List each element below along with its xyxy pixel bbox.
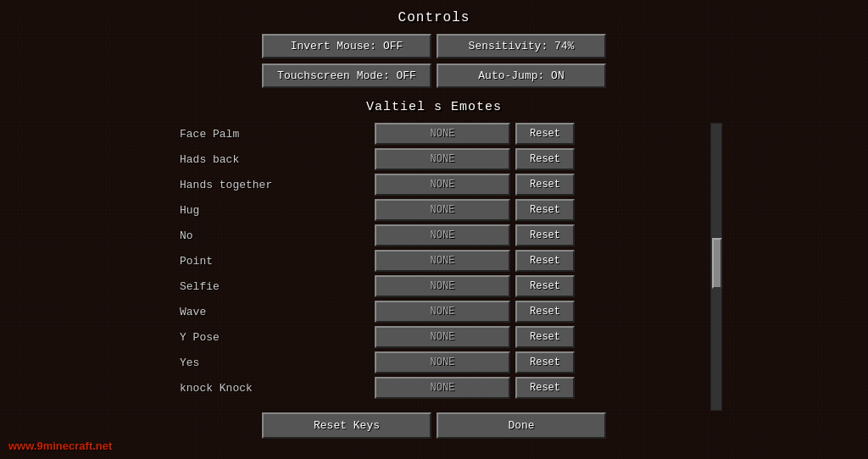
emote-row: Hads backNONEReset — [171, 148, 697, 170]
emote-row: WaveNONEReset — [171, 301, 697, 323]
emotes-section-title: Valtiel s Emotes — [366, 100, 502, 114]
emote-none-button[interactable]: NONE — [375, 224, 510, 246]
controls-row-1: Invert Mouse: OFF Sensitivity: 74% — [262, 34, 606, 58]
emote-reset-button[interactable]: Reset — [515, 377, 575, 399]
emote-label: Wave — [171, 306, 375, 318]
emote-reset-button[interactable]: Reset — [515, 224, 575, 246]
emote-reset-button[interactable]: Reset — [515, 301, 575, 323]
emote-reset-button[interactable]: Reset — [515, 250, 575, 272]
emote-label: No — [171, 230, 375, 242]
emote-row: PointNONEReset — [171, 250, 697, 272]
emotes-container: Face PalmNONEResetHads backNONEResetHand… — [171, 123, 697, 402]
emote-none-button[interactable]: NONE — [375, 123, 510, 145]
emote-row: Face PalmNONEReset — [171, 123, 697, 145]
emote-row: knock KnockNONEReset — [171, 377, 697, 399]
page-title: Controls — [398, 10, 470, 25]
emote-none-button[interactable]: NONE — [375, 199, 510, 221]
emote-row: SelfieNONEReset — [171, 275, 697, 297]
emote-label: Hug — [171, 204, 375, 217]
controls-row-2: Touchscreen Mode: OFF Auto-Jump: ON — [262, 64, 606, 88]
emote-reset-button[interactable]: Reset — [515, 148, 575, 170]
emote-label: Hads back — [171, 153, 375, 166]
emote-none-button[interactable]: NONE — [375, 275, 510, 297]
auto-jump-button[interactable]: Auto-Jump: ON — [437, 64, 606, 88]
emote-reset-button[interactable]: Reset — [515, 174, 575, 196]
emote-none-button[interactable]: NONE — [375, 174, 510, 196]
emote-reset-button[interactable]: Reset — [515, 326, 575, 348]
emote-label: Hands together — [171, 179, 375, 191]
emote-none-button[interactable]: NONE — [375, 148, 510, 170]
reset-keys-button[interactable]: Reset Keys — [262, 412, 431, 439]
emote-none-button[interactable]: NONE — [375, 250, 510, 272]
emote-none-button[interactable]: NONE — [375, 326, 510, 348]
sensitivity-button[interactable]: Sensitivity: 74% — [437, 34, 606, 58]
emote-label: Face Palm — [171, 128, 375, 141]
emote-label: Selfie — [171, 280, 375, 293]
emote-row: Hands togetherNONEReset — [171, 174, 697, 196]
emote-row: Y PoseNONEReset — [171, 326, 697, 348]
watermark: www.9minecraft.net — [8, 440, 112, 452]
emote-reset-button[interactable]: Reset — [515, 351, 575, 373]
emote-row: NoNONEReset — [171, 224, 697, 246]
touchscreen-button[interactable]: Touchscreen Mode: OFF — [262, 64, 431, 88]
emote-reset-button[interactable]: Reset — [515, 199, 575, 221]
emote-reset-button[interactable]: Reset — [515, 275, 575, 297]
emote-label: knock Knock — [171, 382, 375, 395]
scrollbar[interactable] — [710, 123, 722, 411]
done-button[interactable]: Done — [437, 412, 606, 439]
emote-label: Yes — [171, 357, 375, 369]
emote-label: Point — [171, 255, 375, 268]
emote-none-button[interactable]: NONE — [375, 377, 510, 399]
emote-none-button[interactable]: NONE — [375, 351, 510, 373]
emote-row: YesNONEReset — [171, 351, 697, 373]
emote-reset-button[interactable]: Reset — [515, 123, 575, 145]
emote-row: HugNONEReset — [171, 199, 697, 221]
bottom-buttons: Reset Keys Done — [262, 412, 606, 439]
emote-label: Y Pose — [171, 331, 375, 344]
invert-mouse-button[interactable]: Invert Mouse: OFF — [262, 34, 431, 58]
page-container: Controls Invert Mouse: OFF Sensitivity: … — [0, 0, 868, 459]
scrollbar-thumb[interactable] — [712, 238, 722, 289]
top-controls: Invert Mouse: OFF Sensitivity: 74% Touch… — [262, 34, 606, 88]
emote-none-button[interactable]: NONE — [375, 301, 510, 323]
